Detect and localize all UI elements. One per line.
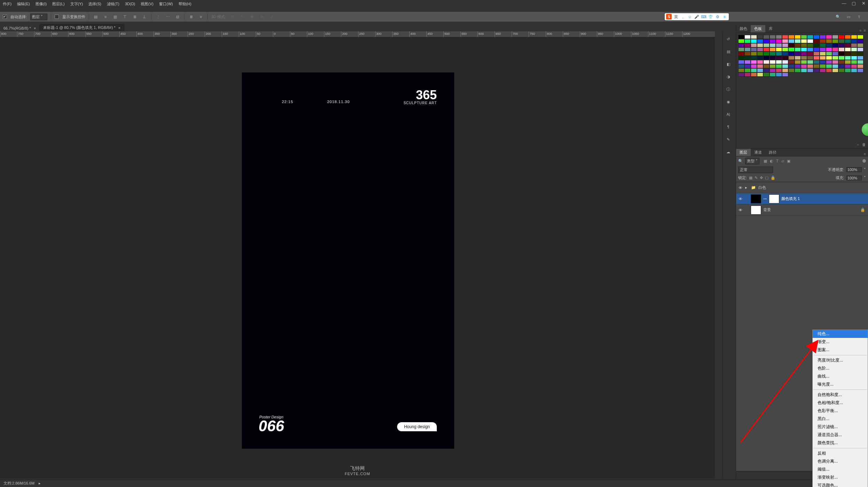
swatch[interactable] [738, 52, 744, 56]
lock-image-icon[interactable]: ✎ [755, 176, 758, 180]
swatch[interactable] [770, 52, 776, 56]
actions-icon[interactable]: ▤ [725, 48, 732, 55]
context-menu-item[interactable]: 自然饱和度... [813, 391, 868, 399]
ime-bar[interactable]: S 英 , ☺ 🎤 ⌨ 👕 ⚙ ≡ [665, 13, 729, 20]
swatch[interactable] [857, 35, 863, 39]
swatch[interactable] [832, 43, 838, 47]
swatch[interactable] [838, 39, 845, 43]
swatch[interactable] [751, 60, 757, 64]
swatch[interactable] [763, 68, 770, 72]
panel-menu-icon[interactable]: ≡ [864, 152, 866, 156]
filter-pixel-icon[interactable]: ▦ [764, 159, 767, 163]
swatch[interactable] [838, 35, 845, 39]
swatch[interactable] [795, 60, 801, 64]
swatch[interactable] [788, 35, 795, 39]
swatch[interactable] [770, 64, 776, 68]
swatch[interactable] [757, 64, 763, 68]
swatch[interactable] [738, 39, 744, 43]
link-icon[interactable]: ⊶ [763, 197, 767, 201]
swatch[interactable] [782, 47, 788, 52]
layer-thumbnail[interactable] [751, 194, 761, 203]
swatch[interactable] [751, 72, 757, 77]
ruler-horizontal[interactable]: 8007507006506005505004504003503002502001… [0, 31, 715, 37]
swatch[interactable] [795, 43, 801, 47]
lock-transparent-icon[interactable]: ▦ [749, 176, 752, 180]
swatch[interactable] [801, 47, 807, 52]
swatch[interactable] [820, 35, 826, 39]
filter-type-icon[interactable]: T [776, 159, 779, 163]
context-menu-item[interactable]: 图案... [813, 346, 868, 354]
lock-position-icon[interactable]: ✥ [760, 176, 763, 180]
swatch[interactable] [782, 72, 788, 77]
layout-icon[interactable]: ▭ [846, 14, 851, 20]
swatch[interactable] [820, 64, 826, 68]
tab-swatches[interactable]: 色板 [751, 25, 765, 32]
swatch[interactable] [845, 39, 851, 43]
swatch[interactable] [770, 39, 776, 43]
layer-thumbnail[interactable] [751, 206, 761, 215]
swatch[interactable] [832, 64, 838, 68]
swatch[interactable] [744, 47, 751, 52]
context-menu-item[interactable]: 阈值... [813, 465, 868, 473]
menu-type[interactable]: 文字(Y) [68, 1, 86, 7]
filter-shape-icon[interactable]: ▱ [781, 159, 784, 163]
swatch[interactable] [776, 43, 782, 47]
search-icon[interactable]: 🔍 [835, 14, 841, 20]
swatch[interactable] [776, 39, 782, 43]
swatch[interactable] [813, 64, 820, 68]
lock-artboard-icon[interactable]: ▢ [765, 176, 768, 180]
document-tab[interactable]: 66.7%(RGB/8) * × [0, 25, 40, 31]
ime-tool-icon[interactable]: ⚙ [715, 14, 720, 20]
context-menu-item[interactable]: 亮度/对比度... [813, 356, 868, 364]
swatch[interactable] [851, 39, 857, 43]
swatch[interactable] [782, 35, 788, 39]
layer-name[interactable]: 颜色填充 1 [781, 196, 800, 201]
swatch[interactable] [744, 60, 751, 64]
swatch[interactable] [832, 56, 838, 60]
swatch[interactable] [845, 56, 851, 60]
swatch[interactable] [813, 56, 820, 60]
layer-row-folder[interactable]: 👁 ▸ 📁 白色 [736, 182, 868, 193]
properties-icon[interactable]: ◧ [725, 61, 732, 68]
swatch[interactable] [770, 43, 776, 47]
swatch[interactable] [776, 72, 782, 77]
context-menu-item[interactable]: 纯色... [813, 330, 868, 338]
swatch[interactable] [807, 68, 813, 72]
new-swatch-icon[interactable]: ▫ [857, 142, 859, 147]
fill-dropdown-icon[interactable]: ˅ [864, 176, 866, 180]
swatch[interactable] [788, 68, 795, 72]
swatch[interactable] [820, 39, 826, 43]
swatch[interactable] [807, 56, 813, 60]
menu-help[interactable]: 帮助(H) [176, 1, 194, 7]
swatch[interactable] [851, 47, 857, 52]
share-icon[interactable]: ⇪ [856, 14, 862, 20]
swatch[interactable] [838, 56, 845, 60]
swatch[interactable] [782, 60, 788, 64]
swatch[interactable] [845, 60, 851, 64]
swatch[interactable] [751, 47, 757, 52]
swatch[interactable] [788, 60, 795, 64]
swatch[interactable] [801, 52, 807, 56]
swatch[interactable] [763, 56, 770, 60]
swatch[interactable] [757, 35, 763, 39]
context-menu-item[interactable]: 颜色查找... [813, 439, 868, 447]
swatch[interactable] [757, 72, 763, 77]
swatch[interactable] [782, 43, 788, 47]
swatch[interactable] [826, 60, 832, 64]
context-menu-item[interactable]: 可选颜色... [813, 481, 868, 487]
context-menu-item[interactable]: 色相/饱和度... [813, 399, 868, 407]
swatch[interactable] [807, 60, 813, 64]
swatch[interactable] [776, 47, 782, 52]
context-menu-item[interactable]: 黑白... [813, 415, 868, 423]
adjustments-icon[interactable]: ◑ [725, 73, 732, 80]
swatch[interactable] [751, 52, 757, 56]
visibility-icon[interactable]: 👁 [737, 186, 743, 190]
swatch[interactable] [770, 72, 776, 77]
swatch[interactable] [851, 56, 857, 60]
swatch[interactable] [738, 64, 744, 68]
ime-mic-icon[interactable]: 🎤 [694, 14, 700, 20]
menu-select[interactable]: 选择(S) [86, 1, 104, 7]
layer-name[interactable]: 白色 [758, 185, 766, 190]
align-center-v-icon[interactable]: ≣ [132, 14, 138, 20]
menu-3d[interactable]: 3D(D) [122, 2, 138, 6]
